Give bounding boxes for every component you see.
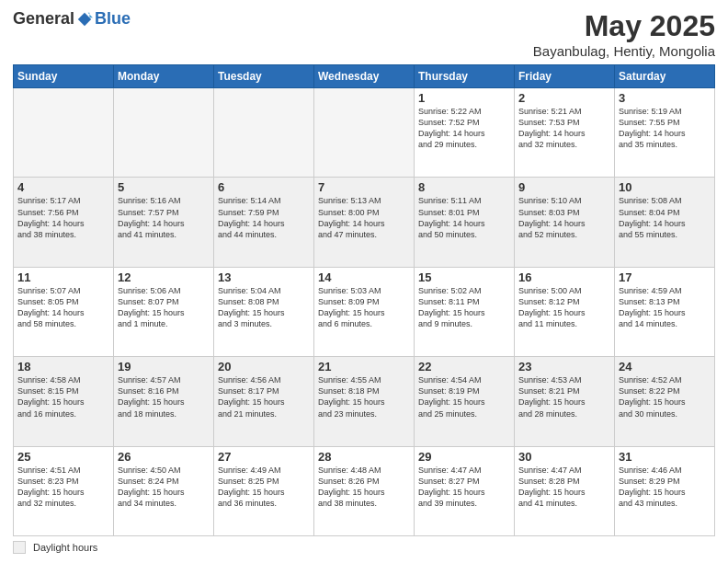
day-info: Sunrise: 5:03 AM Sunset: 8:09 PM Dayligh… xyxy=(318,285,410,330)
col-header-sunday: Sunday xyxy=(14,65,114,88)
calendar-cell: 20Sunrise: 4:56 AM Sunset: 8:17 PM Dayli… xyxy=(214,357,314,446)
day-number: 16 xyxy=(518,270,610,284)
day-number: 21 xyxy=(318,360,410,373)
day-info: Sunrise: 4:47 AM Sunset: 8:28 PM Dayligh… xyxy=(518,465,610,510)
day-info: Sunrise: 4:50 AM Sunset: 8:24 PM Dayligh… xyxy=(118,465,210,510)
day-number: 14 xyxy=(318,270,410,284)
day-number: 8 xyxy=(418,180,510,194)
day-number: 26 xyxy=(118,450,210,464)
day-info: Sunrise: 4:55 AM Sunset: 8:18 PM Dayligh… xyxy=(318,374,410,419)
main-title: May 2025 xyxy=(533,9,715,43)
subtitle: Bayanbulag, Hentiy, Mongolia xyxy=(533,43,715,59)
logo-icon xyxy=(76,11,93,28)
day-info: Sunrise: 5:13 AM Sunset: 8:00 PM Dayligh… xyxy=(318,195,410,240)
day-number: 30 xyxy=(518,450,610,464)
day-number: 5 xyxy=(118,180,210,194)
logo: General Blue xyxy=(13,9,131,29)
calendar-cell: 21Sunrise: 4:55 AM Sunset: 8:18 PM Dayli… xyxy=(314,357,415,446)
calendar-cell: 10Sunrise: 5:08 AM Sunset: 8:04 PM Dayli… xyxy=(615,178,715,267)
day-number: 25 xyxy=(17,450,109,464)
calendar-cell xyxy=(314,88,415,178)
day-info: Sunrise: 5:16 AM Sunset: 7:57 PM Dayligh… xyxy=(118,195,210,240)
calendar-table: SundayMondayTuesdayWednesdayThursdayFrid… xyxy=(13,64,715,536)
calendar-cell: 14Sunrise: 5:03 AM Sunset: 8:09 PM Dayli… xyxy=(314,267,415,356)
day-number: 22 xyxy=(418,360,510,373)
calendar-cell: 9Sunrise: 5:10 AM Sunset: 8:03 PM Daylig… xyxy=(515,178,615,267)
calendar-row-3: 11Sunrise: 5:07 AM Sunset: 8:05 PM Dayli… xyxy=(14,267,715,356)
day-info: Sunrise: 4:54 AM Sunset: 8:19 PM Dayligh… xyxy=(418,374,510,419)
calendar-cell: 30Sunrise: 4:47 AM Sunset: 8:28 PM Dayli… xyxy=(515,446,615,535)
day-number: 13 xyxy=(218,270,310,284)
day-number: 4 xyxy=(17,180,109,194)
day-info: Sunrise: 5:17 AM Sunset: 7:56 PM Dayligh… xyxy=(17,195,109,240)
day-info: Sunrise: 4:59 AM Sunset: 8:13 PM Dayligh… xyxy=(619,285,711,330)
day-number: 1 xyxy=(418,91,510,105)
day-info: Sunrise: 4:56 AM Sunset: 8:17 PM Dayligh… xyxy=(218,374,310,419)
day-info: Sunrise: 4:47 AM Sunset: 8:27 PM Dayligh… xyxy=(418,465,510,510)
day-info: Sunrise: 4:51 AM Sunset: 8:23 PM Dayligh… xyxy=(17,465,109,510)
day-info: Sunrise: 5:02 AM Sunset: 8:11 PM Dayligh… xyxy=(418,285,510,330)
day-info: Sunrise: 5:19 AM Sunset: 7:55 PM Dayligh… xyxy=(619,106,711,151)
day-info: Sunrise: 5:04 AM Sunset: 8:08 PM Dayligh… xyxy=(218,285,310,330)
calendar-header-row: SundayMondayTuesdayWednesdayThursdayFrid… xyxy=(14,65,715,88)
day-number: 29 xyxy=(418,450,510,464)
col-header-friday: Friday xyxy=(515,65,615,88)
calendar-cell: 1Sunrise: 5:22 AM Sunset: 7:52 PM Daylig… xyxy=(415,88,515,178)
svg-marker-0 xyxy=(78,12,91,25)
day-info: Sunrise: 5:11 AM Sunset: 8:01 PM Dayligh… xyxy=(418,195,510,240)
calendar-cell: 11Sunrise: 5:07 AM Sunset: 8:05 PM Dayli… xyxy=(14,267,114,356)
calendar-cell: 24Sunrise: 4:52 AM Sunset: 8:22 PM Dayli… xyxy=(615,357,715,446)
calendar-cell: 22Sunrise: 4:54 AM Sunset: 8:19 PM Dayli… xyxy=(415,357,515,446)
calendar-cell: 23Sunrise: 4:53 AM Sunset: 8:21 PM Dayli… xyxy=(515,357,615,446)
calendar-cell: 4Sunrise: 5:17 AM Sunset: 7:56 PM Daylig… xyxy=(14,178,114,267)
calendar-cell: 12Sunrise: 5:06 AM Sunset: 8:07 PM Dayli… xyxy=(114,267,214,356)
calendar-cell: 7Sunrise: 5:13 AM Sunset: 8:00 PM Daylig… xyxy=(314,178,415,267)
calendar-cell: 25Sunrise: 4:51 AM Sunset: 8:23 PM Dayli… xyxy=(14,446,114,535)
footer: Daylight hours xyxy=(13,541,715,554)
day-info: Sunrise: 5:06 AM Sunset: 8:07 PM Dayligh… xyxy=(118,285,210,330)
calendar-row-2: 4Sunrise: 5:17 AM Sunset: 7:56 PM Daylig… xyxy=(14,178,715,267)
day-info: Sunrise: 4:52 AM Sunset: 8:22 PM Dayligh… xyxy=(619,374,711,419)
calendar-cell: 27Sunrise: 4:49 AM Sunset: 8:25 PM Dayli… xyxy=(214,446,314,535)
day-number: 6 xyxy=(218,180,310,194)
day-info: Sunrise: 5:14 AM Sunset: 7:59 PM Dayligh… xyxy=(218,195,310,240)
logo-general: General xyxy=(13,9,74,29)
day-info: Sunrise: 4:57 AM Sunset: 8:16 PM Dayligh… xyxy=(118,374,210,419)
calendar-row-4: 18Sunrise: 4:58 AM Sunset: 8:15 PM Dayli… xyxy=(14,357,715,446)
day-info: Sunrise: 4:46 AM Sunset: 8:29 PM Dayligh… xyxy=(619,465,711,510)
col-header-thursday: Thursday xyxy=(415,65,515,88)
title-block: May 2025 Bayanbulag, Hentiy, Mongolia xyxy=(533,9,715,59)
calendar-cell: 17Sunrise: 4:59 AM Sunset: 8:13 PM Dayli… xyxy=(615,267,715,356)
day-number: 31 xyxy=(619,450,711,464)
day-number: 28 xyxy=(318,450,410,464)
day-info: Sunrise: 4:48 AM Sunset: 8:26 PM Dayligh… xyxy=(318,465,410,510)
calendar-cell: 18Sunrise: 4:58 AM Sunset: 8:15 PM Dayli… xyxy=(14,357,114,446)
calendar-cell: 16Sunrise: 5:00 AM Sunset: 8:12 PM Dayli… xyxy=(515,267,615,356)
day-info: Sunrise: 4:58 AM Sunset: 8:15 PM Dayligh… xyxy=(17,374,109,419)
day-number: 19 xyxy=(118,360,210,373)
day-info: Sunrise: 5:10 AM Sunset: 8:03 PM Dayligh… xyxy=(518,195,610,240)
calendar-cell: 3Sunrise: 5:19 AM Sunset: 7:55 PM Daylig… xyxy=(615,88,715,178)
day-info: Sunrise: 5:22 AM Sunset: 7:52 PM Dayligh… xyxy=(418,106,510,151)
calendar-cell: 28Sunrise: 4:48 AM Sunset: 8:26 PM Dayli… xyxy=(314,446,415,535)
day-number: 27 xyxy=(218,450,310,464)
day-info: Sunrise: 5:21 AM Sunset: 7:53 PM Dayligh… xyxy=(518,106,610,151)
day-number: 11 xyxy=(17,270,109,284)
day-number: 3 xyxy=(619,91,711,105)
day-number: 10 xyxy=(619,180,711,194)
col-header-wednesday: Wednesday xyxy=(314,65,415,88)
calendar-cell: 5Sunrise: 5:16 AM Sunset: 7:57 PM Daylig… xyxy=(114,178,214,267)
col-header-saturday: Saturday xyxy=(615,65,715,88)
day-number: 20 xyxy=(218,360,310,373)
day-info: Sunrise: 4:53 AM Sunset: 8:21 PM Dayligh… xyxy=(518,374,610,419)
day-number: 24 xyxy=(619,360,711,373)
logo-blue: Blue xyxy=(95,9,131,29)
col-header-monday: Monday xyxy=(114,65,214,88)
day-number: 7 xyxy=(318,180,410,194)
day-number: 9 xyxy=(518,180,610,194)
day-info: Sunrise: 5:07 AM Sunset: 8:05 PM Dayligh… xyxy=(17,285,109,330)
calendar-cell xyxy=(214,88,314,178)
page: General Blue May 2025 Bayanbulag, Hentiy… xyxy=(0,0,728,563)
day-info: Sunrise: 5:08 AM Sunset: 8:04 PM Dayligh… xyxy=(619,195,711,240)
calendar-cell xyxy=(114,88,214,178)
